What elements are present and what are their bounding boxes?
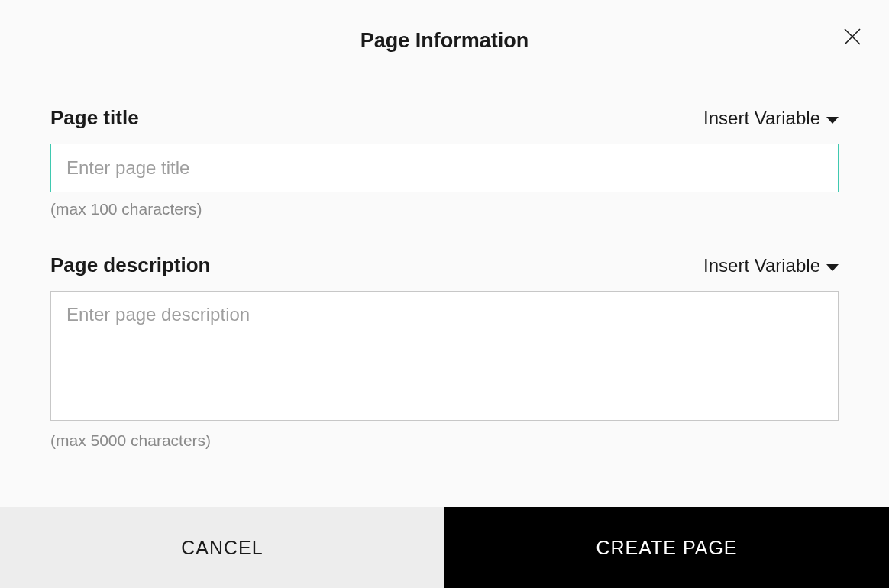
insert-variable-label: Insert Variable bbox=[703, 255, 820, 276]
page-title-header: Page title Insert Variable bbox=[50, 106, 839, 130]
close-button[interactable] bbox=[839, 23, 866, 50]
insert-variable-label: Insert Variable bbox=[703, 108, 820, 129]
page-title-input[interactable] bbox=[50, 144, 839, 192]
caret-down-icon bbox=[826, 117, 839, 124]
page-description-hint: (max 5000 characters) bbox=[50, 431, 839, 450]
create-page-button[interactable]: CREATE PAGE bbox=[444, 507, 889, 588]
insert-variable-title-button[interactable]: Insert Variable bbox=[703, 108, 839, 129]
caret-down-icon bbox=[826, 264, 839, 271]
page-description-field-group: Page description Insert Variable (max 50… bbox=[50, 254, 839, 450]
dialog-header: Page Information bbox=[0, 0, 889, 68]
dialog-footer: CANCEL CREATE PAGE bbox=[0, 507, 889, 588]
dialog-title: Page Information bbox=[0, 29, 889, 53]
cancel-button[interactable]: CANCEL bbox=[0, 507, 444, 588]
insert-variable-description-button[interactable]: Insert Variable bbox=[703, 255, 839, 276]
dialog-content: Page title Insert Variable (max 100 char… bbox=[0, 68, 889, 507]
page-title-field-group: Page title Insert Variable (max 100 char… bbox=[50, 106, 839, 218]
page-description-input[interactable] bbox=[50, 291, 839, 421]
page-information-dialog: Page Information Page title Insert Varia… bbox=[0, 0, 889, 588]
page-description-header: Page description Insert Variable bbox=[50, 254, 839, 277]
close-icon bbox=[841, 25, 864, 48]
page-description-label: Page description bbox=[50, 254, 211, 277]
page-title-label: Page title bbox=[50, 106, 139, 130]
page-title-hint: (max 100 characters) bbox=[50, 200, 839, 218]
